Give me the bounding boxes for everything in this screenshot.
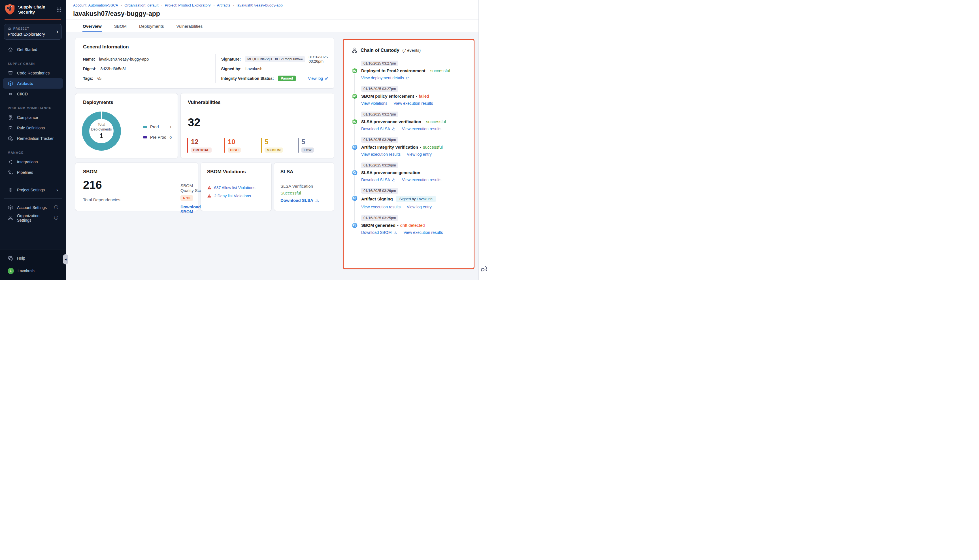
download-icon: [315, 198, 319, 202]
home-icon: [8, 47, 13, 52]
event-link-view-execution-results[interactable]: View execution results: [402, 127, 441, 131]
event-link-view-execution-results[interactable]: View execution results: [361, 205, 401, 209]
violation-link[interactable]: 2 Deny list Violations: [214, 193, 251, 198]
event-link-download-slsa[interactable]: Download SLSA: [361, 127, 396, 131]
deployments-legend: Prod 1 Pre Prod 0: [143, 125, 172, 145]
sidebar-item-remediation-tracker[interactable]: Remediation Tracker: [3, 133, 63, 143]
event-title: Artifact Signing: [361, 197, 393, 201]
sbom-violations-title: SBOM Violations: [207, 169, 271, 175]
legend-swatch: [143, 136, 147, 138]
download-icon: [392, 178, 396, 182]
tags-label: Tags:: [83, 76, 93, 81]
event-title: SBOM generated: [361, 223, 396, 228]
custody-event: 01/16/2025 03:26pm Artifact Integrity Ve…: [352, 137, 474, 157]
warning-triangle-icon: [207, 193, 212, 198]
event-timestamp: 01/16/2025 03:26pm: [361, 163, 398, 168]
breadcrumb-separator: ›: [233, 3, 234, 7]
download-icon: [392, 127, 396, 131]
event-link-view-execution-results[interactable]: View execution results: [403, 230, 443, 235]
sidebar-item-integrations[interactable]: Integrations: [3, 157, 63, 167]
download-slsa-link[interactable]: Download SLSA: [281, 198, 319, 203]
event-link-view-violations[interactable]: View violations: [361, 101, 387, 106]
sidebar-user[interactable]: L Lavakush: [3, 265, 63, 276]
sidebar-item-organization-settings[interactable]: Organization Settingsⓘ: [3, 213, 63, 223]
tab-sbom[interactable]: SBOM: [114, 20, 127, 32]
event-link-view-deployment-details[interactable]: View deployment details: [361, 76, 409, 80]
app-logo-shield-icon: [5, 4, 15, 15]
view-log-link[interactable]: View log: [308, 76, 328, 81]
general-info-left-column: Name: lavakush07/easy-buggy-app Digest: …: [83, 54, 215, 83]
event-link-download-sbom[interactable]: Download SBOM: [361, 230, 397, 235]
chain-of-custody-panel: Chain of Custody (7 events) 01/16/2025 0…: [343, 39, 474, 269]
chain-of-custody-title: Chain of Custody: [361, 48, 399, 53]
sidebar-item-pipelines[interactable]: Pipelines: [3, 167, 63, 178]
sidebar-item-rule-definitions[interactable]: Rule Definitions: [3, 123, 63, 133]
severity-high: 10 HIGH: [224, 138, 257, 153]
tab-deployments[interactable]: Deployments: [139, 20, 165, 32]
integrations-icon: [8, 159, 13, 165]
sbom-card: SBOM 216 Total Dependencies SBOM Quality…: [75, 163, 198, 211]
project-name: Product Exploratory: [8, 32, 58, 37]
green-link-icon: [352, 68, 358, 74]
tab-overview[interactable]: Overview: [82, 20, 102, 32]
severity-breakdown: 12 CRITICAL10 HIGH5 MEDIUM5 LOW: [187, 138, 334, 153]
app-title: Supply Chain Security: [18, 5, 53, 15]
org-icon: [8, 215, 13, 221]
event-title: SLSA provenance verification: [361, 119, 421, 124]
name-row: Name: lavakush07/easy-buggy-app: [83, 54, 215, 64]
right-edge-strip: [478, 0, 490, 280]
slsa-verification-label: SLSA Verification: [281, 184, 313, 188]
vulnerabilities-card: Vulnerabilities 32 12 CRITICAL10 HIGH5 M…: [180, 93, 334, 158]
signature-value[interactable]: MEQCICde2VjIT...bL+2+mqnOXw==: [245, 56, 305, 62]
breadcrumb-separator: ›: [121, 3, 122, 7]
support-chat-icon[interactable]: [480, 265, 488, 273]
violation-link[interactable]: 637 Allow list Violations: [214, 185, 255, 190]
event-link-view-execution-results[interactable]: View execution results: [361, 152, 401, 157]
chain-of-custody-header: Chain of Custody (7 events): [352, 47, 474, 53]
event-link-view-execution-results[interactable]: View execution results: [402, 178, 441, 182]
sidebar: Supply Chain Security PROJECT Product Ex…: [0, 0, 66, 280]
green-link-icon: [352, 118, 358, 125]
severity-badge: MEDIUM: [265, 148, 283, 153]
info-icon: ⓘ: [54, 205, 58, 210]
pipelines-icon: [8, 170, 13, 175]
sidebar-item-project-settings[interactable]: Project Settings›: [3, 185, 63, 195]
signed-by-value: Lavakush: [245, 67, 262, 71]
repo-icon: [8, 70, 13, 76]
severity-low: 5 LOW: [298, 138, 331, 153]
clipboard-icon: [8, 125, 13, 131]
apps-grid-icon[interactable]: [56, 7, 62, 12]
event-link-view-log-entry[interactable]: View log entry: [407, 205, 432, 209]
deployments-title: Deployments: [83, 100, 178, 105]
gear-icon: [8, 187, 13, 193]
project-selector[interactable]: PROJECT Product Exploratory ›: [4, 24, 62, 40]
chain-of-custody-count: (7 events): [403, 48, 421, 53]
breadcrumb-link[interactable]: Artifacts: [217, 3, 230, 7]
sidebar-item-artifacts[interactable]: Artifacts: [3, 78, 63, 88]
sidebar-collapse-handle[interactable]: ◀: [63, 254, 68, 265]
layers-icon: [8, 205, 13, 210]
sidebar-item-help[interactable]: Help: [3, 253, 63, 263]
sidebar-item-code-repositories[interactable]: Code Repositories: [3, 68, 63, 78]
breadcrumb-link[interactable]: Account: Automation-SSCA: [73, 3, 118, 7]
breadcrumb-link[interactable]: Organization: default: [124, 3, 158, 7]
tab-vulnerabilities[interactable]: Vulnerabilities: [175, 20, 203, 32]
sidebar-item-compliance[interactable]: Compliance: [3, 112, 63, 123]
breadcrumb-link[interactable]: lavakush07/easy-buggy-app: [237, 3, 283, 7]
sidebar-item-get-started[interactable]: Get Started: [3, 44, 63, 55]
digest-row: Digest: 8d23bd3b5d8f: [83, 64, 215, 73]
sidebar-section-header: RISK AND COMPLIANCE: [0, 107, 66, 110]
signature-label: Signature:: [221, 57, 241, 62]
custody-event: 01/16/2025 03:27pm SBOM policy enforceme…: [352, 86, 474, 106]
sidebar-item-account-settings[interactable]: Account Settingsⓘ: [3, 202, 63, 213]
signed-by-row: Signed by: Lavakush: [221, 64, 328, 73]
sidebar-section-header: MANAGE: [0, 151, 66, 154]
tab-bar: OverviewSBOMDeploymentsVulnerabilities: [66, 20, 478, 32]
event-link-download-slsa[interactable]: Download SLSA: [361, 178, 396, 182]
breadcrumb-link[interactable]: Project: Product Exploratory: [165, 3, 211, 7]
signed-by-label: Signed by:: [221, 67, 242, 71]
sidebar-item-ci-cd[interactable]: CI/CD: [3, 88, 63, 99]
event-link-view-log-entry[interactable]: View log entry: [407, 152, 432, 157]
event-link-view-execution-results[interactable]: View execution results: [393, 101, 433, 106]
event-status: successful: [423, 145, 443, 150]
